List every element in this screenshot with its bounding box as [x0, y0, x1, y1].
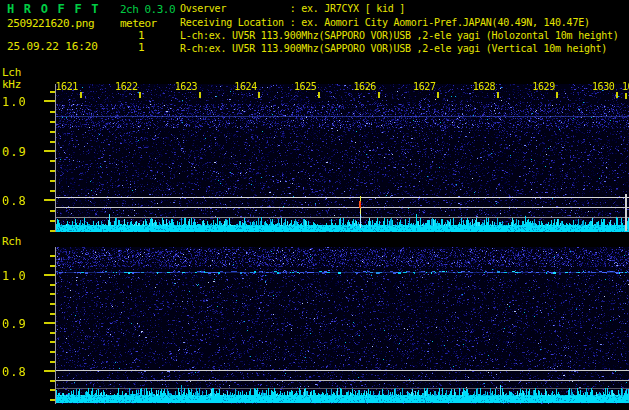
time-tick	[378, 92, 380, 98]
freq-minor-tick	[50, 170, 55, 172]
time-label: 1629	[532, 81, 554, 92]
freq-minor-tick	[50, 111, 55, 113]
freq-major-tick	[44, 274, 55, 276]
freq-major-tick	[44, 199, 55, 201]
time-label: 1625	[294, 81, 316, 92]
rch-rig-line: R-ch:ex. UV5R 113.900Mhz(SAPPORO VOR)USB…	[180, 43, 607, 54]
freq-minor-tick	[50, 121, 55, 123]
time-label: 1626	[354, 81, 376, 92]
location-line: Receiving Location : ex. Aomori City Aom…	[180, 17, 590, 28]
freq-minor-tick	[50, 284, 55, 286]
freq-minor-tick	[50, 190, 55, 192]
time-tick	[199, 92, 201, 98]
freq-tick-label: 1.0	[2, 269, 27, 283]
time-tick	[318, 92, 320, 98]
time-tick	[139, 92, 141, 98]
freq-minor-tick	[50, 341, 55, 343]
freq-minor-tick	[50, 141, 55, 143]
freq-minor-tick	[50, 399, 55, 401]
freq-minor-tick	[50, 255, 55, 257]
time-label: 1624	[234, 81, 256, 92]
observer-line: Ovserver : ex. JR7CYX [ kid ]	[180, 3, 405, 14]
date-time: 25.09.22 16:20	[7, 40, 98, 53]
freq-major-tick	[44, 150, 55, 152]
freq-tick-label: 1.0	[2, 95, 27, 109]
time-tick	[437, 92, 439, 98]
time-label: 1627	[413, 81, 435, 92]
freq-minor-tick	[50, 131, 55, 133]
freq-minor-tick	[50, 313, 55, 315]
freq-minor-tick	[50, 265, 55, 267]
time-tick	[497, 92, 499, 98]
freq-tick-label: 0.9	[2, 317, 27, 331]
freq-minor-tick	[50, 332, 55, 334]
rch-spectrogram	[56, 247, 629, 404]
freq-major-tick	[44, 100, 55, 102]
freq-minor-tick	[50, 361, 55, 363]
freq-minor-tick	[50, 210, 55, 212]
time-tick	[258, 92, 260, 98]
lch-spectrogram	[56, 84, 629, 232]
time-label: 1623	[175, 81, 197, 92]
freq-minor-tick	[50, 220, 55, 222]
freq-minor-tick	[50, 303, 55, 305]
rch-channel-label: Rch	[2, 235, 21, 248]
time-label: 1630	[592, 81, 614, 92]
app-title: H R O F F T	[7, 2, 100, 16]
output-filename: 2509221620.png	[7, 17, 94, 30]
freq-tick-label: 0.8	[2, 194, 27, 208]
freq-minor-tick	[50, 91, 55, 93]
hrofft-output: H R O F F T 2ch 0.3.0 2509221620.png met…	[0, 0, 629, 410]
freq-minor-tick	[50, 351, 55, 353]
time-label-clipped: 1631	[622, 81, 629, 92]
time-label: 1621	[56, 81, 78, 92]
time-tick	[616, 92, 618, 98]
freq-minor-tick	[50, 180, 55, 182]
time-tick	[625, 93, 627, 99]
lch-axis-line	[55, 84, 56, 232]
freq-major-tick	[44, 370, 55, 372]
freq-minor-tick	[50, 293, 55, 295]
freq-minor-tick	[50, 380, 55, 382]
time-tick	[556, 92, 558, 98]
rch-axis-line	[55, 247, 56, 404]
time-label: 1628	[473, 81, 495, 92]
meteor-count-rch: 1	[138, 41, 145, 54]
time-tick	[80, 92, 82, 98]
lch-rig-line: L-ch:ex. UV5R 113.900Mhz(SAPPORO VOR)USB…	[180, 30, 619, 41]
khz-unit-label: kHz	[2, 78, 21, 91]
freq-minor-tick	[50, 389, 55, 391]
freq-tick-label: 0.9	[2, 145, 27, 159]
freq-tick-label: 0.8	[2, 365, 27, 379]
freq-major-tick	[44, 322, 55, 324]
freq-minor-tick	[50, 160, 55, 162]
freq-minor-tick	[50, 230, 55, 232]
time-label: 1622	[115, 81, 137, 92]
channel-version: 2ch 0.3.0	[120, 3, 175, 16]
